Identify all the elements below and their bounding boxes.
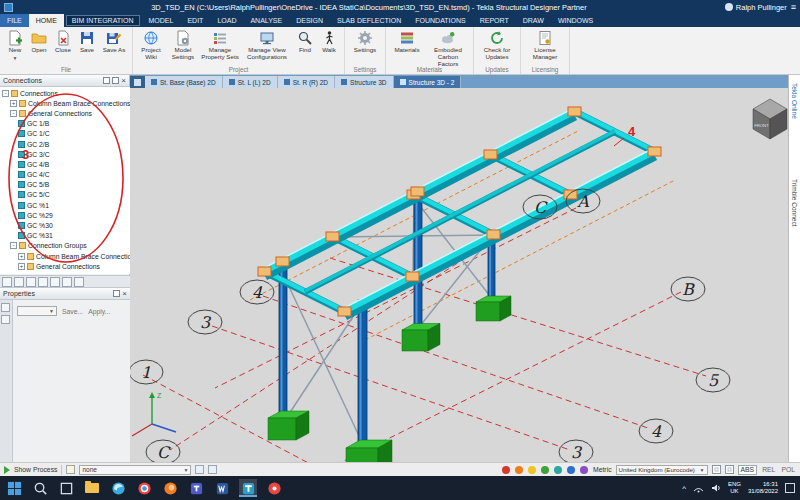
properties-list-icon[interactable]: [1, 315, 10, 324]
tree-item-connections[interactable]: -Connections: [0, 88, 130, 98]
tab-slab-deflection[interactable]: SLAB DEFLECTION: [330, 14, 408, 27]
show-passing-icon[interactable]: [50, 277, 60, 287]
model-settings-button[interactable]: Model Settings: [167, 29, 199, 62]
file-explorer-button[interactable]: [83, 479, 101, 497]
zoom-extents-icon[interactable]: [195, 465, 204, 474]
trimble-connect-tab[interactable]: Trimble Connect: [791, 179, 798, 226]
manage-property-sets-button[interactable]: Manage Property Sets: [200, 29, 240, 62]
tab-bim-integration[interactable]: BIM INTEGRATION: [66, 15, 140, 26]
tree-item-gc[interactable]: GC %31: [0, 231, 130, 241]
settings-button[interactable]: Settings: [348, 29, 382, 55]
tab-report[interactable]: REPORT: [473, 14, 516, 27]
show-all-icon[interactable]: [74, 277, 84, 287]
tree-item-general-group[interactable]: +General Connections: [0, 261, 130, 271]
expand-icon[interactable]: +: [10, 100, 17, 107]
status-lights[interactable]: [501, 465, 589, 475]
tree-item-gc[interactable]: GC 1/C: [0, 129, 130, 139]
grid-toggle-icon[interactable]: [712, 465, 721, 474]
firefox-button[interactable]: [161, 479, 179, 497]
tree-item-connection-groups[interactable]: -Connection Groups: [0, 241, 130, 251]
materials-button[interactable]: Materials: [389, 29, 425, 55]
save-as-button[interactable]: Save As: [99, 29, 129, 55]
tray-expand-icon[interactable]: ^: [682, 484, 686, 493]
view-tab-st-l[interactable]: St. L (L) 2D: [223, 76, 278, 88]
abs-coords-button[interactable]: ABS: [738, 465, 758, 475]
units-label[interactable]: Metric: [593, 466, 612, 473]
menu-icon[interactable]: ≡: [791, 3, 796, 12]
tab-edit[interactable]: EDIT: [180, 14, 210, 27]
manage-view-configurations-button[interactable]: Manage View Configurations: [241, 29, 293, 62]
language-indicator[interactable]: ENG UK: [728, 481, 741, 495]
property-set-select[interactable]: ▼: [17, 306, 57, 316]
collapse-icon[interactable]: -: [2, 90, 9, 97]
save-properties-button[interactable]: Save...: [62, 308, 83, 315]
dock-icon[interactable]: [103, 77, 110, 84]
tree-item-gc[interactable]: GC %30: [0, 220, 130, 230]
view-tab-structure-3d[interactable]: Structure 3D: [335, 76, 394, 88]
user-account[interactable]: Ralph Pullinger: [725, 3, 787, 12]
tree-item-gc[interactable]: GC 3/C: [0, 149, 130, 159]
close-icon[interactable]: ×: [122, 290, 127, 297]
tab-file[interactable]: FILE: [0, 14, 29, 27]
teams-button[interactable]: [187, 479, 205, 497]
network-icon[interactable]: [693, 483, 704, 493]
view-tab-structure-3d-2[interactable]: Structure 3D - 2: [394, 76, 462, 88]
tab-home[interactable]: HOME: [29, 14, 64, 27]
tree-item-gc[interactable]: GC %29: [0, 210, 130, 220]
tree-item-gc[interactable]: GC 4/C: [0, 170, 130, 180]
idea-statica-button[interactable]: [265, 479, 283, 497]
properties-mode-icon[interactable]: [1, 303, 10, 312]
tab-design[interactable]: DESIGN: [289, 14, 330, 27]
collapse-icon[interactable]: -: [10, 110, 17, 117]
tree-item-gc[interactable]: GC 2/B: [0, 139, 130, 149]
tree-item-gc[interactable]: GC 1/B: [0, 119, 130, 129]
project-wiki-button[interactable]: Project Wiki: [136, 29, 166, 62]
chrome-button[interactable]: [135, 479, 153, 497]
new-button[interactable]: New▼: [3, 29, 27, 62]
expand-all-icon[interactable]: [26, 277, 36, 287]
tekla-online-tab[interactable]: Tekla Online: [791, 83, 798, 119]
rel-coords-button[interactable]: REL: [761, 466, 776, 473]
tab-model[interactable]: MODEL: [142, 14, 181, 27]
dock-icon[interactable]: [113, 290, 120, 297]
expand-icon[interactable]: +: [18, 253, 25, 260]
selection-mode-icon[interactable]: [208, 465, 217, 474]
view-tab-st-base[interactable]: St. Base (Base) 2D: [145, 76, 223, 88]
edge-button[interactable]: [109, 479, 127, 497]
tab-foundations[interactable]: FOUNDATIONS: [408, 14, 472, 27]
find-button[interactable]: Find: [294, 29, 316, 55]
view-tab-st-r[interactable]: St. R (R) 2D: [278, 76, 335, 88]
speaker-icon[interactable]: [711, 483, 721, 493]
tree-item-gc[interactable]: GC 4/B: [0, 159, 130, 169]
license-manager-button[interactable]: License Manager: [524, 29, 566, 62]
start-button[interactable]: [5, 479, 23, 497]
task-view-button[interactable]: [57, 479, 75, 497]
pol-coords-button[interactable]: POL: [780, 466, 796, 473]
word-button[interactable]: [213, 479, 231, 497]
walk-button[interactable]: Walk: [317, 29, 341, 55]
highlight-icon[interactable]: [66, 465, 75, 474]
tab-analyse[interactable]: ANALYSE: [243, 14, 289, 27]
tree-item-gc[interactable]: GC 5/C: [0, 190, 130, 200]
close-icon[interactable]: ×: [121, 77, 126, 84]
search-button[interactable]: [31, 479, 49, 497]
collapse-icon[interactable]: -: [10, 242, 17, 249]
tree-item-cbb-group[interactable]: +Column Beam Brace Connections: [0, 251, 130, 261]
tab-draw[interactable]: DRAW: [516, 14, 551, 27]
tree-item-general-connections[interactable]: -General Connections: [0, 108, 130, 118]
tekla-tsd-button[interactable]: [239, 479, 257, 497]
show-process-label[interactable]: Show Process: [14, 466, 57, 473]
expand-icon[interactable]: +: [18, 263, 25, 270]
tree-item-gc[interactable]: GC %1: [0, 200, 130, 210]
apply-properties-button[interactable]: Apply...: [88, 308, 110, 315]
tree-item-cbb-connections[interactable]: +Column Beam Brace Connections: [0, 98, 130, 108]
column-members[interactable]: [279, 192, 495, 455]
beam-members[interactable]: [264, 108, 655, 316]
clock[interactable]: 16:31 31/08/2022: [748, 481, 778, 495]
action-center-icon[interactable]: [785, 483, 795, 493]
pin-icon[interactable]: [112, 77, 119, 84]
views-menu-button[interactable]: [130, 76, 145, 88]
open-button[interactable]: Open: [28, 29, 50, 55]
tree-item-gc[interactable]: GC 5/B: [0, 180, 130, 190]
tab-load[interactable]: LOAD: [210, 14, 243, 27]
